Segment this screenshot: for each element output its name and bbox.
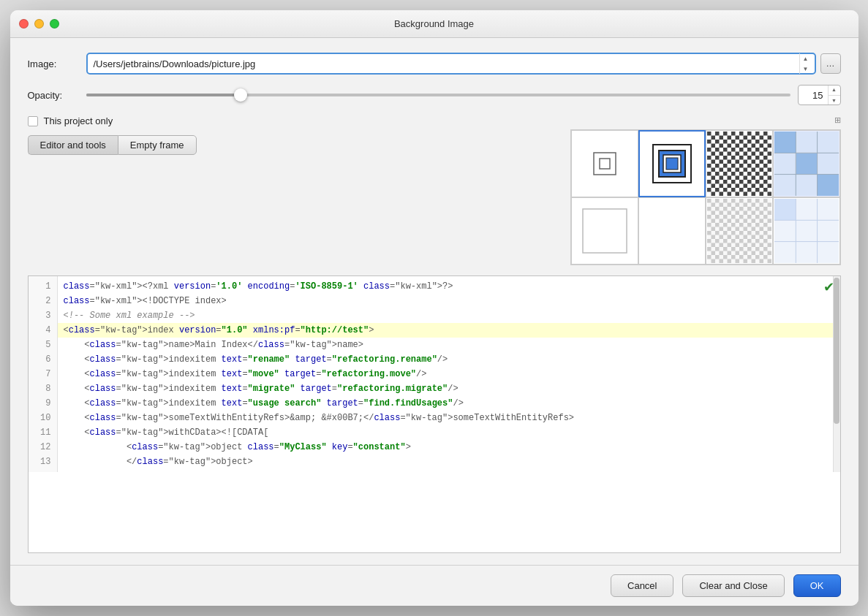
preview-grid xyxy=(570,129,841,265)
project-only-checkbox[interactable] xyxy=(28,116,38,126)
preview-cell-grid[interactable] xyxy=(773,130,840,197)
svg-rect-0 xyxy=(594,153,616,175)
dialog-footer: Cancel Clear and Close OK xyxy=(10,565,858,606)
preview-area: ⊞ xyxy=(570,115,841,265)
window-controls xyxy=(19,19,59,28)
dialog-background-image: Background Image Image: /Users/jetbrains… xyxy=(10,10,858,606)
preview-cell-plain[interactable] xyxy=(638,197,706,265)
preview-icon-tile xyxy=(707,132,771,196)
opacity-down-arrow[interactable]: ▼ xyxy=(829,96,840,106)
image-label: Image: xyxy=(28,58,79,69)
slider-fill xyxy=(86,94,241,96)
image-spinner-down[interactable]: ▼ xyxy=(803,64,809,74)
code-lines[interactable]: class="kw-xml"><?xml version='1.0' encod… xyxy=(58,276,833,472)
image-input-wrapper: /Users/jetbrains/Downloads/picture.jpg ▲… xyxy=(86,53,841,75)
preview-cell-outline[interactable] xyxy=(571,197,638,265)
window-title: Background Image xyxy=(394,18,474,29)
image-path-text: /Users/jetbrains/Downloads/picture.jpg xyxy=(94,58,256,69)
close-button[interactable] xyxy=(19,19,29,28)
code-editor: 12345678910111213 class="kw-xml"><?xml v… xyxy=(28,275,841,553)
tab-editor-tools[interactable]: Editor and tools xyxy=(28,135,118,155)
preview-icon-center xyxy=(650,142,694,186)
cancel-button[interactable]: Cancel xyxy=(611,574,673,597)
opacity-spinner[interactable]: 15 ▲ ▼ xyxy=(798,85,841,105)
opacity-arrows: ▲ ▼ xyxy=(828,85,840,105)
title-bar: Background Image xyxy=(10,10,858,38)
preview-cell-none[interactable] xyxy=(571,130,638,197)
preview-icon-light-tile xyxy=(707,199,771,263)
preview-cell-center[interactable] xyxy=(638,130,706,197)
line-numbers: 12345678910111213 xyxy=(29,276,58,472)
browse-button[interactable]: … xyxy=(820,53,841,74)
opacity-value: 15 xyxy=(799,90,828,101)
preview-hint-icon: ⊞ xyxy=(834,115,841,125)
image-spinner[interactable]: ▲ ▼ xyxy=(799,53,809,74)
preview-cell-light-grid[interactable] xyxy=(773,197,840,265)
project-only-label: This project only xyxy=(44,115,113,126)
opacity-label: Opacity: xyxy=(28,90,79,101)
slider-thumb[interactable] xyxy=(234,88,247,102)
middle-section: This project only Editor and tools Empty… xyxy=(28,115,841,265)
editor-scrollbar[interactable] xyxy=(833,276,840,472)
tab-group: Editor and tools Empty frame xyxy=(28,135,570,155)
preview-cell-tile[interactable] xyxy=(706,130,773,197)
preview-icon-grid xyxy=(774,132,839,196)
svg-rect-15 xyxy=(774,132,796,153)
svg-rect-17 xyxy=(818,175,839,196)
svg-rect-9 xyxy=(707,132,771,196)
svg-rect-18 xyxy=(583,209,627,253)
svg-rect-28 xyxy=(774,199,796,220)
clear-close-button[interactable]: Clear and Close xyxy=(682,574,784,597)
preview-icon-none xyxy=(590,149,619,178)
editor-content: 12345678910111213 class="kw-xml"><?xml v… xyxy=(29,276,840,472)
svg-rect-1 xyxy=(600,159,610,169)
preview-cell-light-tile[interactable] xyxy=(706,197,773,265)
tab-empty-frame[interactable]: Empty frame xyxy=(118,135,197,155)
scrollbar-thumb[interactable] xyxy=(834,278,839,424)
opacity-row: Opacity: 15 ▲ ▼ xyxy=(28,85,841,105)
opacity-up-arrow[interactable]: ▲ xyxy=(829,85,840,96)
image-row: Image: /Users/jetbrains/Downloads/pictur… xyxy=(28,53,841,75)
checkmark-icon: ✔ xyxy=(823,279,834,295)
dialog-content: Image: /Users/jetbrains/Downloads/pictur… xyxy=(10,38,858,565)
checkbox-row: This project only xyxy=(28,115,570,126)
svg-rect-22 xyxy=(707,199,771,263)
opacity-slider[interactable] xyxy=(86,94,790,96)
image-spinner-up[interactable]: ▲ xyxy=(803,53,809,64)
minimize-button[interactable] xyxy=(34,19,44,28)
preview-icon-light-grid xyxy=(774,199,839,263)
ok-button[interactable]: OK xyxy=(793,574,841,597)
left-controls: This project only Editor and tools Empty… xyxy=(28,115,570,155)
svg-rect-5 xyxy=(666,158,678,170)
maximize-button[interactable] xyxy=(50,19,59,28)
preview-icon-outline xyxy=(579,205,630,256)
svg-rect-16 xyxy=(796,153,817,174)
image-input-field[interactable]: /Users/jetbrains/Downloads/picture.jpg ▲… xyxy=(86,53,816,75)
